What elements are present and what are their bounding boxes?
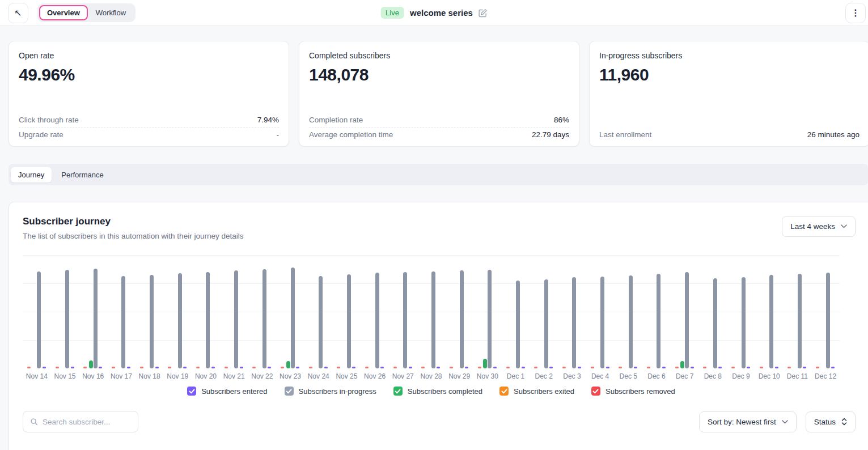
bar-group[interactable] <box>276 255 304 368</box>
sort-label: Sort by: Newest first <box>708 418 776 426</box>
subscribers-removed-bar <box>703 367 706 368</box>
status-badge: Live <box>380 7 404 19</box>
stat-row-label: Completion rate <box>309 116 363 124</box>
x-axis-label: Nov 16 <box>79 372 107 380</box>
stat-row-label: Click through rate <box>19 116 79 124</box>
status-select[interactable]: Status <box>806 411 856 432</box>
tab-workflow[interactable]: Workflow <box>88 5 134 20</box>
status-label: Status <box>814 418 836 426</box>
tab-journey[interactable]: Journey <box>11 167 52 182</box>
subscribers-entered-bar <box>268 367 271 368</box>
edit-icon[interactable] <box>479 9 488 18</box>
x-axis-label: Dec 6 <box>642 372 671 380</box>
legend-item[interactable]: Subscribers exited <box>499 387 574 396</box>
legend-item[interactable]: Subscribers in-progress <box>285 387 376 396</box>
sort-select[interactable]: Sort by: Newest first <box>699 411 797 432</box>
subscribers-removed-bar <box>731 367 735 368</box>
bar-group[interactable] <box>248 255 277 368</box>
bar-group[interactable] <box>586 255 615 368</box>
x-axis-label: Nov 18 <box>136 372 164 380</box>
subscribers-entered-bar <box>409 367 412 368</box>
subscribers-in-progress-bar <box>375 273 379 368</box>
subscribers-removed-bar <box>534 367 537 368</box>
legend-item[interactable]: Subscribers entered <box>187 387 267 396</box>
bar-group[interactable] <box>445 255 473 368</box>
bar-group[interactable] <box>333 255 361 368</box>
bar-group[interactable] <box>417 255 446 368</box>
bar-group[interactable] <box>473 255 502 368</box>
bar-group[interactable] <box>361 255 389 368</box>
subscribers-entered-bar <box>831 367 835 368</box>
legend-item[interactable]: Subscribers removed <box>591 387 675 396</box>
bar-group[interactable] <box>51 255 79 368</box>
stat-value: 11,960 <box>599 65 859 84</box>
bar-group[interactable] <box>614 255 642 368</box>
legend-label: Subscribers removed <box>606 387 675 396</box>
tab-overview[interactable]: Overview <box>39 5 88 20</box>
x-axis-label: Dec 12 <box>811 372 840 380</box>
stat-label: Open rate <box>19 51 279 60</box>
date-range-select[interactable]: Last 4 weeks <box>782 216 856 237</box>
date-range-label: Last 4 weeks <box>790 222 835 231</box>
x-axis-label: Nov 21 <box>220 372 248 380</box>
bar-group[interactable] <box>304 255 333 368</box>
chevron-down-icon <box>841 224 847 228</box>
bar-group[interactable] <box>671 255 699 368</box>
bar-group[interactable] <box>23 255 51 368</box>
bar-group[interactable] <box>389 255 417 368</box>
bar-group[interactable] <box>502 255 530 368</box>
stat-row: Last enrollment 26 minutes ago <box>599 128 859 142</box>
tab-performance[interactable]: Performance <box>54 167 111 182</box>
legend-item[interactable]: Subscribers completed <box>393 387 482 396</box>
subscribers-removed-bar <box>140 367 143 368</box>
subscribers-entered-bar <box>71 367 74 368</box>
subscribers-in-progress-bar <box>657 274 660 368</box>
bar-group[interactable] <box>530 255 558 368</box>
subscriber-search[interactable] <box>23 411 138 432</box>
bar-group[interactable] <box>220 255 248 368</box>
bar-group[interactable] <box>136 255 164 368</box>
stat-card-in-progress-subscribers: In-progress subscribers 11,960 Last enro… <box>589 41 868 147</box>
subscribers-in-progress-bar <box>234 270 238 368</box>
chart-x-labels: Nov 14Nov 15Nov 16Nov 17Nov 18Nov 19Nov … <box>23 372 840 380</box>
subscribers-removed-bar <box>83 367 87 368</box>
bar-group[interactable] <box>79 255 107 368</box>
legend-checkbox[interactable] <box>187 387 196 396</box>
x-axis-label: Nov 26 <box>361 372 389 380</box>
legend-checkbox[interactable] <box>285 387 294 396</box>
bar-group[interactable] <box>192 255 220 368</box>
bar-group[interactable] <box>727 255 755 368</box>
x-axis-label: Dec 8 <box>699 372 727 380</box>
right-controls: Sort by: Newest first Status <box>699 411 856 432</box>
bar-group[interactable] <box>784 255 812 368</box>
subscribers-entered-bar <box>549 367 553 368</box>
chart-plot <box>23 255 840 368</box>
x-axis-label: Nov 24 <box>304 372 333 380</box>
legend-checkbox[interactable] <box>499 387 509 396</box>
x-axis-label: Nov 22 <box>248 372 277 380</box>
back-button[interactable]: ↖ <box>8 3 28 23</box>
bar-group[interactable] <box>642 255 671 368</box>
bar-group[interactable] <box>107 255 136 368</box>
bar-group[interactable] <box>755 255 784 368</box>
subscribers-entered-bar <box>155 367 159 368</box>
subscribers-in-progress-bar <box>121 276 125 368</box>
bar-group[interactable] <box>699 255 727 368</box>
bar-group[interactable] <box>811 255 840 368</box>
x-axis-label: Nov 15 <box>51 372 79 380</box>
legend-checkbox[interactable] <box>393 387 403 396</box>
legend-checkbox[interactable] <box>591 387 600 396</box>
stat-row-value: 86% <box>554 116 569 124</box>
subscribers-entered-bar <box>324 367 328 368</box>
x-axis-label: Nov 29 <box>445 372 473 380</box>
bar-group[interactable] <box>163 255 192 368</box>
more-menu-button[interactable]: ⋮ <box>845 3 866 23</box>
search-input[interactable] <box>43 418 131 426</box>
stat-label: In-progress subscribers <box>599 51 859 60</box>
stat-rows: Completion rate 86% Average completion t… <box>309 113 569 142</box>
subscriber-chart: Nov 14Nov 15Nov 16Nov 17Nov 18Nov 19Nov … <box>23 255 840 396</box>
bar-group[interactable] <box>558 255 586 368</box>
stat-label: Completed subscribers <box>309 51 569 60</box>
subscribers-removed-bar <box>787 367 791 368</box>
search-icon <box>30 417 38 426</box>
